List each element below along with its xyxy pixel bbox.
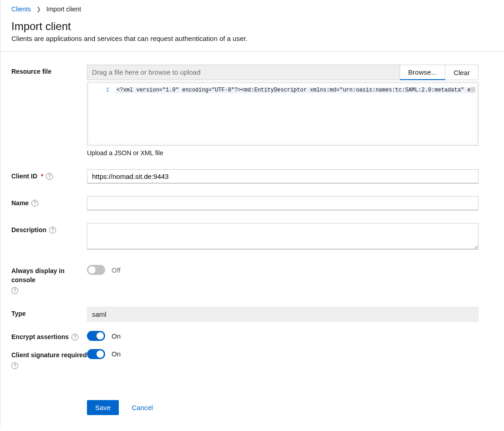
code-editor[interactable]: 1 <?xml version="1.0" encoding="UTF-8"?>…: [87, 82, 479, 146]
chevron-right-icon: ❯: [36, 6, 41, 12]
label-client-id: Client ID * ?: [11, 169, 87, 181]
breadcrumb: Clients ❯ Import client: [11, 5, 493, 13]
encrypt-assertions-state: On: [112, 332, 121, 340]
help-icon[interactable]: ?: [46, 173, 53, 180]
label-description: Description ?: [11, 223, 87, 235]
code-line-number: 1: [89, 84, 114, 143]
always-display-toggle[interactable]: [87, 265, 105, 275]
description-textarea[interactable]: [87, 223, 479, 249]
upload-hint: Upload a JSON or XML file: [87, 149, 479, 157]
scrollbar-vertical[interactable]: [471, 87, 475, 92]
file-drop-area[interactable]: Drag a file here or browse to upload: [87, 65, 400, 80]
code-line-1: <?xml version="1.0" encoding="UTF-8"?><m…: [116, 87, 474, 93]
browse-button[interactable]: Browse...: [400, 65, 446, 80]
help-icon[interactable]: ?: [11, 287, 18, 294]
help-icon[interactable]: ?: [31, 200, 38, 207]
label-type: Type: [11, 307, 87, 319]
breadcrumb-current: Import client: [46, 5, 81, 13]
page-title: Import client: [11, 20, 493, 33]
client-signature-state: On: [112, 350, 121, 358]
always-display-state: Off: [112, 266, 121, 274]
label-encrypt-assertions: Encrypt assertions ?: [11, 330, 87, 342]
help-icon[interactable]: ?: [71, 334, 78, 340]
help-icon[interactable]: ?: [11, 362, 18, 369]
label-resource-file: Resource file: [11, 65, 87, 76]
encrypt-assertions-toggle[interactable]: [87, 331, 105, 341]
label-client-signature: Client signature required ?: [11, 348, 87, 370]
page-subtitle: Clients are applications and services th…: [11, 35, 493, 42]
clear-button[interactable]: Clear: [445, 65, 479, 80]
client-id-input[interactable]: [87, 169, 479, 183]
save-button[interactable]: Save: [87, 400, 119, 415]
required-indicator: *: [41, 172, 43, 181]
label-always-display: Always display in console ?: [11, 264, 87, 294]
cancel-button[interactable]: Cancel: [132, 404, 153, 411]
label-name: Name ?: [11, 196, 87, 208]
type-readonly: saml: [87, 307, 479, 322]
name-input[interactable]: [87, 196, 479, 210]
breadcrumb-clients-link[interactable]: Clients: [11, 5, 31, 13]
help-icon[interactable]: ?: [49, 227, 56, 233]
client-signature-toggle[interactable]: [87, 349, 105, 359]
